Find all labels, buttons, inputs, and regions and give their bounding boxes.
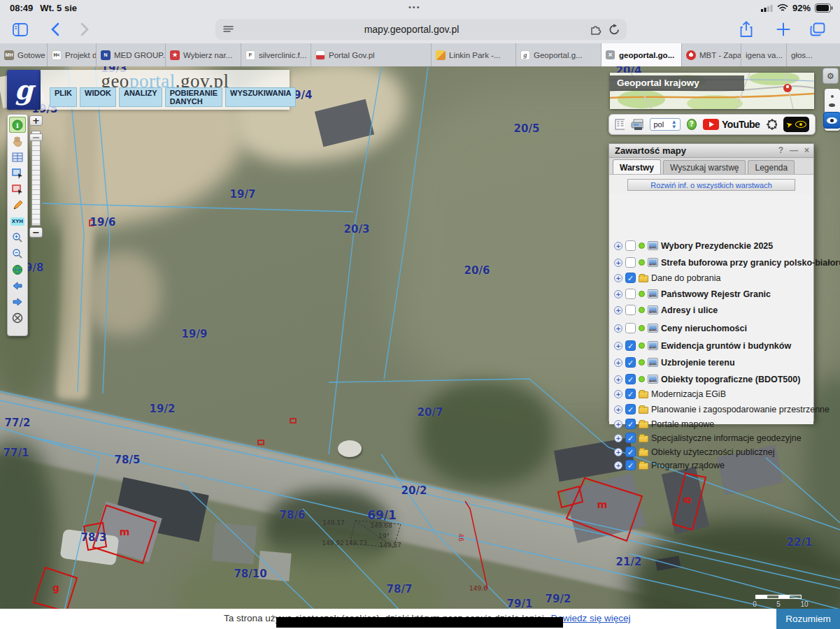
layer-checkbox[interactable]	[625, 419, 636, 429]
full-extent-button[interactable]	[9, 261, 26, 277]
panel-header[interactable]: Zawartość mapy ? — ×	[609, 144, 813, 158]
tab-overview-button[interactable]	[810, 22, 825, 36]
previous-view-button[interactable]	[9, 277, 26, 294]
layer-checkbox[interactable]	[625, 340, 636, 351]
help-button[interactable]: ?	[687, 119, 697, 130]
tab-portal-govpl[interactable]: Portal Gov.pl	[311, 43, 432, 66]
zoom-in-tool-button[interactable]	[9, 229, 26, 245]
menu-plik[interactable]: PLIK	[50, 87, 77, 107]
menu-wyszukiwania[interactable]: WYSZUKIWANIA	[225, 87, 296, 107]
new-tab-button[interactable]	[776, 22, 790, 36]
expand-icon[interactable]	[614, 259, 622, 267]
select-rect-button[interactable]	[9, 165, 26, 181]
tab-close-icon[interactable]: ✕	[606, 50, 615, 59]
expand-icon[interactable]	[614, 324, 622, 333]
tab-glos[interactable]: głos...	[787, 43, 840, 66]
expand-icon[interactable]	[614, 420, 622, 428]
language-select[interactable]: pol ▲▼	[650, 118, 680, 131]
layer-checkbox[interactable]	[625, 273, 636, 283]
layer-checkbox[interactable]	[625, 389, 636, 399]
layer-checkbox[interactable]	[625, 374, 636, 384]
expand-icon[interactable]	[614, 405, 622, 414]
layer-name[interactable]: Dane do pobrania	[651, 273, 720, 283]
layer-name[interactable]: Portale mapowe	[651, 419, 714, 429]
layer-name[interactable]: Adresy i ulice	[661, 305, 718, 315]
layer-checkbox[interactable]	[625, 447, 636, 457]
settings-wheel-icon[interactable]	[766, 118, 777, 131]
layer-name[interactable]: Specjalistyczne informacje geodezyjne	[651, 433, 802, 443]
tab-geoportal-active[interactable]: ✕geoportal.go...	[601, 43, 682, 66]
zoom-slider-track[interactable]	[31, 131, 41, 226]
expand-icon[interactable]	[614, 434, 622, 442]
tab-wybierz[interactable]: Wybierz nar...	[166, 43, 241, 66]
expand-icon[interactable]	[614, 390, 622, 398]
tab-silverclinic[interactable]: Fsilverclinic.f...	[241, 43, 311, 66]
layer-checkbox[interactable]	[625, 404, 636, 414]
cookie-accept-button[interactable]: Rozumiem	[776, 609, 840, 629]
eye-closed-icon[interactable]	[829, 103, 835, 107]
print-wms-icon[interactable]	[631, 119, 643, 131]
contrast-toggle[interactable]: ➤	[783, 117, 809, 132]
expand-all-layers-button[interactable]: Rozwiń inf. o wszystkich warstwach	[627, 179, 795, 191]
youtube-link[interactable]: YouTube	[703, 119, 760, 130]
layer-checkbox[interactable]	[625, 357, 636, 368]
next-view-button[interactable]	[9, 294, 26, 310]
pan-tool-button[interactable]	[9, 133, 26, 149]
tab-warstwy[interactable]: Warstwy	[613, 159, 661, 174]
layer-name[interactable]: Ewidencja gruntów i budynków	[661, 341, 791, 351]
expand-icon[interactable]	[614, 342, 622, 350]
layer-checkbox[interactable]	[625, 323, 636, 333]
tab-wyszukaj-warstwe[interactable]: Wyszukaj warstwę	[663, 160, 746, 174]
layer-name[interactable]: Strefa buforowa przy granicy polsko-biał…	[661, 258, 840, 268]
expand-icon[interactable]	[614, 242, 622, 250]
form-icon[interactable]	[615, 119, 625, 130]
layer-name[interactable]: Planowanie i zagospodarowanie przestrzen…	[651, 405, 830, 414]
layer-checkbox[interactable]	[625, 257, 636, 268]
expand-icon[interactable]	[614, 375, 622, 384]
tab-mbt[interactable]: MBT - Zapat...	[682, 43, 741, 66]
overview-minimap[interactable]: Geoportal krajowy	[610, 73, 814, 109]
tab-med-group[interactable]: NMED GROUP...	[97, 43, 166, 66]
address-bar[interactable]: mapy.geoportal.gov.pl	[215, 19, 627, 40]
expand-icon[interactable]	[614, 359, 622, 367]
map-settings-button[interactable]: ⚙	[823, 68, 839, 84]
tab-geoportal-g[interactable]: gGeoportal.g...	[516, 43, 601, 66]
expand-icon[interactable]	[614, 461, 622, 470]
dot-icon[interactable]	[831, 95, 834, 98]
zoom-slider-handle[interactable]	[29, 133, 43, 141]
layer-name[interactable]: Państwowy Rejestr Granic	[661, 289, 771, 299]
layer-name[interactable]: Ceny nieruchomości	[661, 324, 747, 333]
zoom-out-button[interactable]: −	[29, 227, 43, 238]
zoom-in-button[interactable]: +	[29, 115, 43, 126]
expand-icon[interactable]	[614, 448, 622, 456]
layer-name[interactable]: Obiekty użyteczności publicznej	[651, 447, 774, 457]
reload-button[interactable]	[608, 24, 620, 36]
clear-selection-button[interactable]	[9, 310, 26, 326]
layer-name[interactable]: Modernizacja EGiB	[651, 389, 726, 399]
tab-igena[interactable]: igena va...	[741, 43, 787, 66]
tab-gotowe[interactable]: MHGotowe	[0, 43, 48, 66]
extensions-button[interactable]	[590, 24, 604, 36]
expand-icon[interactable]	[614, 274, 622, 282]
zoom-out-tool-button[interactable]	[9, 245, 26, 261]
layer-name[interactable]: Uzbrojenie terenu	[661, 358, 735, 368]
expand-icon[interactable]	[614, 290, 622, 298]
attribute-table-button[interactable]	[9, 149, 26, 165]
panel-close-button[interactable]: ×	[804, 145, 809, 155]
menu-analizy[interactable]: ANALIZY	[119, 87, 162, 107]
layer-checkbox[interactable]	[625, 240, 636, 251]
layer-checkbox[interactable]	[625, 289, 636, 299]
select-rect-red-button[interactable]	[9, 181, 26, 197]
geoportal-logo[interactable]: g	[7, 70, 41, 110]
tab-linkin-park[interactable]: Linkin Park -...	[432, 43, 516, 66]
layer-name[interactable]: Obiekty topograficzne (BDOT500)	[661, 375, 800, 384]
layer-checkbox[interactable]	[625, 460, 636, 470]
layer-name[interactable]: Wybory Prezydenckie 2025	[661, 241, 773, 251]
back-button[interactable]	[50, 22, 59, 36]
sidebar-button[interactable]	[13, 23, 28, 36]
visibility-eye-button[interactable]	[823, 112, 840, 129]
forward-button[interactable]	[80, 22, 90, 36]
expand-icon[interactable]	[614, 306, 622, 314]
menu-widok[interactable]: WIDOK	[80, 87, 116, 107]
draw-tool-button[interactable]	[9, 197, 26, 213]
